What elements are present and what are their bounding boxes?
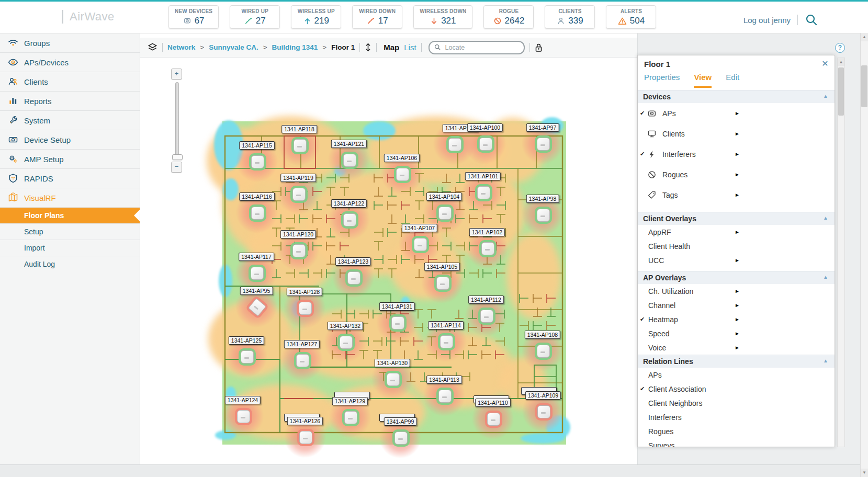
stat-box-wireless-up[interactable]: WIRELESS UP 219 [291,5,341,29]
collapse-icon[interactable]: ▲ [823,358,828,364]
ap-marker-1341-ap127[interactable] [296,354,309,367]
logout-link[interactable]: Log out jenny [743,16,791,25]
breadcrumb-link-sunnyvale-ca-[interactable]: Sunnyvale CA. [209,43,258,51]
ap-marker-1341-ap117[interactable] [251,267,264,280]
panel-row-apprf[interactable]: AppRF► [638,225,835,239]
ap-marker-1341-ap103[interactable] [448,138,461,151]
stat-box-clients[interactable]: CLIENTS 339 [545,5,595,29]
ap-marker-1341-ap110[interactable] [487,413,500,426]
horizontal-scroll-track[interactable] [0,464,860,477]
ap-marker-1341-ap124[interactable] [237,410,250,423]
panel-row-aps[interactable]: APs [638,368,835,382]
ap-marker-1341-ap106[interactable] [396,168,409,181]
panel-row-ch-utilization[interactable]: Ch. Utilization► [638,284,835,298]
help-icon[interactable]: ? [835,43,845,53]
panel-tab-edit[interactable]: Edit [726,73,739,88]
panel-row-heatmap[interactable]: ✔Heatmap► [638,312,835,326]
stat-box-alerts[interactable]: ALERTS 504 [606,5,656,29]
panel-scroll-thumb[interactable] [838,67,844,116]
sidebar-subitem-floor-plans[interactable]: Floor Plans [0,207,140,223]
lock-icon[interactable] [535,43,543,52]
floorplan-map[interactable]: 1341-AP1151341-AP1181341-AP1211341-AP103… [222,121,566,445]
panel-row-rogues[interactable]: Rogues [638,424,835,438]
collapse-icon[interactable]: ▲ [823,274,828,280]
ap-marker-1341-ap112[interactable] [480,310,493,323]
ap-marker-1341-ap102[interactable] [481,242,494,255]
zoom-slider-handle[interactable] [172,154,183,160]
panel-tab-properties[interactable]: Properties [644,73,680,88]
expand-arrow-icon[interactable]: ► [735,131,740,137]
expand-arrow-icon[interactable]: ► [735,257,740,263]
ap-marker-1341-ap116[interactable] [251,207,264,220]
ap-marker-1341-ap101[interactable] [477,186,490,199]
sidebar-item-reports[interactable]: Reports [0,91,140,110]
locate-input[interactable] [444,43,504,52]
sidebar-subitem-import[interactable]: Import [0,240,140,256]
expand-arrow-icon[interactable]: ► [735,110,740,116]
sidebar-item-system[interactable]: System [0,110,140,130]
panel-tab-view[interactable]: View [694,73,712,88]
panel-row-client-neighbors[interactable]: Client Neighbors [638,396,835,410]
ap-marker-1341-ap99[interactable] [394,431,408,445]
ap-marker-1341-ap120[interactable] [292,244,306,257]
sidebar-item-groups[interactable]: Groups [0,33,140,52]
expand-arrow-icon[interactable]: ► [735,151,740,157]
window-scroll-up-icon[interactable]: ▲ [861,33,868,41]
search-icon[interactable] [805,13,818,27]
sidebar-subitem-audit-log[interactable]: Audit Log [0,256,140,272]
stat-box-wired-down[interactable]: WIRED DOWN 17 [352,5,402,29]
ap-marker-1341-ap107[interactable] [414,238,427,251]
expand-arrow-icon[interactable]: ► [735,192,740,198]
ap-marker-1341-ap98[interactable] [537,209,550,222]
ap-marker-1341-ap104[interactable] [438,207,452,220]
ap-marker-1341-ap118[interactable] [294,139,307,152]
panel-row-interferers[interactable]: Interferers [638,410,835,424]
zoom-out-button[interactable]: − [171,162,182,173]
panel-row-client-association[interactable]: ✔Client Association [638,382,835,396]
close-icon[interactable]: × [822,58,828,69]
ap-marker-1341-ap109[interactable] [537,405,550,418]
panel-row-interferers[interactable]: ✔Interferers► [638,144,835,164]
panel-row-aps[interactable]: ✔APs► [638,103,835,123]
tab-list[interactable]: List [404,43,416,52]
ap-marker-1341-ap132[interactable] [340,336,353,349]
stat-box-new-devices[interactable]: NEW DEVICES 67 [168,5,219,29]
panel-row-voice[interactable]: Voice► [638,340,835,355]
stat-box-rogue[interactable]: ROGUE 2642 [483,5,534,29]
zoom-in-button[interactable]: + [171,69,182,80]
expand-arrow-icon[interactable]: ► [735,288,740,294]
ap-marker-1341-ap113[interactable] [438,390,452,403]
sidebar-subitem-setup[interactable]: Setup [0,223,140,240]
panel-row-speed[interactable]: Speed► [638,326,835,340]
ap-marker-1341-ap123[interactable] [347,271,360,285]
sidebar-item-rapids[interactable]: RAPIDS [0,168,140,188]
ap-marker-1341-ap126[interactable] [299,431,312,444]
panel-row-channel[interactable]: Channel► [638,298,835,312]
ap-marker-1341-ap130[interactable] [387,373,400,386]
stat-box-wireless-down[interactable]: WIRELESS DOWN 321 [413,5,472,29]
sidebar-item-device-setup[interactable]: Device Setup [0,130,140,149]
collapse-icon[interactable]: ▲ [823,93,828,99]
window-scroll-down-icon[interactable]: ▼ [861,469,868,477]
panel-scrollbar[interactable]: ▲ [837,58,845,447]
sidebar-item-amp-setup[interactable]: AMP Setup [0,149,140,168]
layers-icon[interactable] [148,42,157,52]
ap-marker-1341-ap119[interactable] [292,188,306,201]
expand-arrow-icon[interactable]: ► [735,345,740,350]
breadcrumb-link-building-1341[interactable]: Building 1341 [272,43,318,51]
ap-marker-1341-ap108[interactable] [537,345,550,358]
zoom-slider-track[interactable] [175,82,179,160]
ap-marker-1341-ap105[interactable] [436,277,449,290]
expand-arrow-icon[interactable]: ► [735,316,740,322]
window-scrollbar[interactable]: ▲ ▼ [860,33,868,477]
ap-marker-1341-ap121[interactable] [343,154,356,167]
panel-row-surveys[interactable]: Surveys [638,438,835,447]
panel-row-ucc[interactable]: UCC► [638,253,835,267]
ap-marker-1341-ap114[interactable] [440,335,453,348]
sidebar-item-visualrf[interactable]: VisualRF [0,188,140,207]
ap-marker-1341-ap125[interactable] [241,350,254,364]
ap-marker-1341-ap100[interactable] [479,138,492,151]
expand-arrow-icon[interactable]: ► [735,172,740,177]
sidebar-item-aps-devices[interactable]: APs/Devices [0,52,140,72]
expand-arrow-icon[interactable]: ► [735,331,740,336]
